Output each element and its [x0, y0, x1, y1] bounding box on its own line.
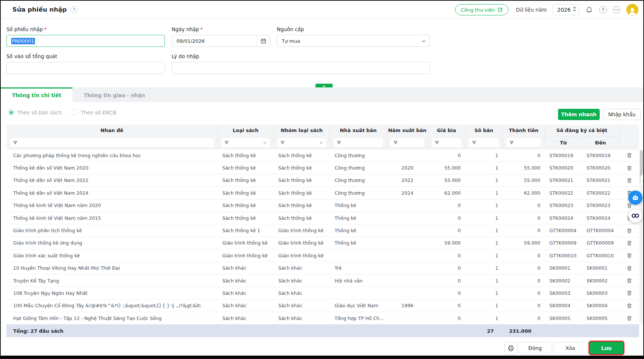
import-reason-label: Lý do nhập — [172, 53, 430, 59]
delete-row-button[interactable] — [625, 239, 633, 247]
cell-copies: 1 — [465, 262, 503, 274]
help-button[interactable] — [599, 6, 607, 14]
trash-icon — [626, 315, 632, 321]
trash-icon — [626, 290, 632, 296]
delete-row-button[interactable] — [625, 302, 633, 310]
calendar-button[interactable] — [256, 35, 270, 47]
delete-row-button[interactable] — [625, 289, 633, 297]
delete-row-button[interactable] — [625, 227, 633, 235]
side-panel-toggle[interactable] — [640, 174, 644, 186]
filter-publish-year[interactable] — [390, 138, 425, 147]
cell-reg-to: STK00020 — [582, 162, 619, 174]
filter-icon — [280, 140, 285, 145]
cell-publish-year — [387, 312, 428, 324]
table-row: Giáo trình thống kê ứng dụng Giáo trình … — [6, 237, 639, 249]
tab-thong-tin-chi-tiet[interactable]: Thông tin chi tiết — [1, 87, 72, 102]
cell-title: Thống kê dân số Việt Nam 2020 — [6, 162, 218, 174]
chatbot-button[interactable] — [628, 209, 642, 223]
filter-icon — [434, 140, 439, 145]
cell-publisher: Công thương — [330, 187, 387, 199]
cell-book-type: Giáo trình thống kê — [218, 249, 274, 261]
cell-publish-year: 1996 — [387, 300, 428, 312]
column-header-amount: Thành tiền — [503, 125, 544, 137]
spin-down-icon[interactable] — [573, 10, 576, 12]
subcolumn-to: Đến — [582, 137, 619, 149]
import-date-label: Ngày nhập* — [172, 26, 270, 32]
filter-icon — [393, 140, 398, 145]
cell-reg-from: GTTK00009 — [545, 237, 582, 249]
cell-publisher: Công thương — [330, 149, 387, 161]
delete-row-button[interactable] — [625, 251, 633, 260]
ai-assistant-button[interactable] — [628, 191, 642, 205]
more-options-button[interactable] — [613, 6, 620, 14]
radio-theo-so-dkcb[interactable]: Theo số ĐKCB — [71, 109, 116, 116]
general-ledger-number-input[interactable] — [6, 62, 165, 74]
table-header: Nhan đề Loại sách Nhóm loại sách — [6, 125, 639, 149]
data-year-input[interactable]: 2026 — [553, 4, 579, 15]
total-label: Tổng: 27 đầu sách — [6, 328, 465, 334]
general-ledger-number-label: Số vào sổ tổng quát — [6, 53, 165, 59]
library-portal-button[interactable]: Cổng thư viện — [455, 4, 508, 15]
cell-publisher — [330, 249, 387, 261]
cell-copies: 1 — [465, 200, 503, 212]
print-button[interactable] — [504, 342, 517, 354]
year-stepper[interactable] — [573, 6, 576, 12]
cell-book-group: Sách khác — [274, 262, 330, 274]
filter-cover-price[interactable] — [431, 138, 462, 147]
page-title: Sửa phiếu nhập — [12, 6, 67, 13]
cell-copies: 1 — [465, 312, 503, 324]
title-help-icon[interactable] — [71, 6, 78, 13]
cell-book-group: Giáo trình thống kê — [274, 237, 330, 249]
tab-thong-tin-giao-nhan[interactable]: Thông tin giao - nhận — [72, 87, 156, 102]
import-reason-input[interactable] — [172, 62, 430, 74]
spin-up-icon[interactable] — [573, 6, 576, 8]
cell-publish-year: 2020 — [387, 162, 428, 174]
filter-book-type[interactable] — [221, 138, 270, 147]
filter-icon — [509, 140, 514, 145]
cell-title: Thống kê kinh tế Việt Nam năm 2020 — [6, 200, 218, 212]
filter-publisher[interactable] — [333, 138, 383, 147]
delete-row-button[interactable] — [625, 264, 633, 272]
cell-publisher: Thống kê — [330, 224, 387, 236]
receipt-number-input[interactable]: PN00001 — [6, 35, 165, 47]
cell-cover-price: 0 — [428, 300, 465, 312]
required-mark: * — [44, 26, 47, 32]
cell-title: Giáo trình phân tích thống kê — [6, 224, 218, 236]
trash-icon — [626, 152, 632, 158]
delete-row-button[interactable] — [625, 151, 633, 159]
trash-icon — [626, 252, 632, 258]
user-avatar[interactable] — [626, 4, 638, 16]
close-button[interactable]: Đóng — [518, 342, 552, 354]
import-file-button[interactable]: Nhập khẩu — [603, 109, 641, 120]
cell-publisher — [330, 287, 387, 299]
trash-icon — [626, 165, 632, 171]
cell-copies: 1 — [465, 249, 503, 261]
quick-add-button[interactable]: Thêm nhanh — [558, 109, 600, 120]
cell-copies: 1 — [465, 300, 503, 312]
notifications-button[interactable] — [585, 6, 593, 14]
cell-book-group: Sách thống kê — [274, 149, 330, 161]
required-mark: * — [200, 26, 203, 32]
table-row: Thống kê dân số Việt Nam 2024 Sách thống… — [6, 187, 639, 199]
delete-button[interactable]: Xóa — [554, 342, 587, 354]
cell-title: Hạt Giống Tâm Hồn - Tập 12 - Nghệ Thuật … — [6, 312, 218, 324]
save-button[interactable]: Lưu — [590, 342, 623, 354]
import-date-input[interactable]: 09/01/2026 — [172, 35, 270, 47]
filter-book-group[interactable] — [277, 138, 327, 147]
filter-title[interactable] — [9, 138, 214, 147]
filter-copies[interactable] — [468, 138, 499, 147]
delete-row-button[interactable] — [625, 314, 633, 322]
delete-row-button[interactable] — [625, 176, 633, 185]
table-body: Các phương pháp thống kê trong nghiên cứ… — [6, 149, 639, 324]
table-row: Giáo trình phân tích thống kê Sách thống… — [6, 224, 639, 237]
receipt-number-label: Số phiếu nhập* — [6, 26, 165, 32]
cell-publish-year — [387, 287, 428, 299]
tab-bar: Thông tin chi tiết Thông tin giao - nhận — [1, 87, 643, 102]
supply-source-select[interactable]: Tự mua — [277, 35, 430, 47]
delete-row-button[interactable] — [625, 164, 633, 172]
filter-amount[interactable] — [506, 138, 541, 147]
radio-theo-so-ban-sach[interactable]: Theo số bản sách — [8, 109, 62, 116]
tab-label: Thông tin giao - nhận — [84, 92, 145, 98]
cell-reg-from: SK00003 — [545, 287, 582, 299]
delete-row-button[interactable] — [625, 276, 633, 285]
